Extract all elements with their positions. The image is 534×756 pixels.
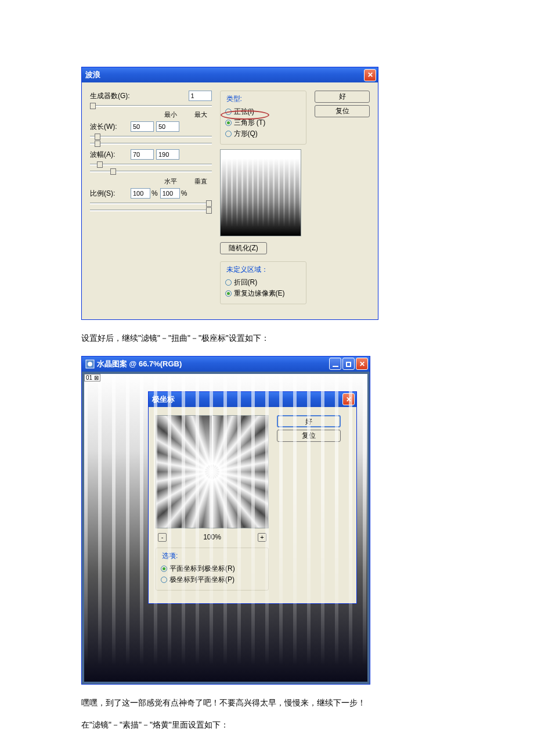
undefined-area-group: 未定义区域： 折回(R) 重复边缘像素(E)	[220, 261, 307, 304]
undef-legend: 未定义区域：	[225, 265, 269, 275]
polar-titlebar[interactable]: 极坐标 ✕	[149, 392, 356, 407]
wave-params: 生成器数(G): 最小 最大 波长(W): 波幅(A):	[90, 91, 212, 309]
polar-reset-button[interactable]: 复位	[277, 430, 341, 442]
polar-title: 极坐标	[152, 394, 342, 405]
tab-indicator[interactable]: 01 ⊠	[84, 374, 100, 381]
generators-input[interactable]	[189, 91, 212, 101]
document-window: 水晶图案 @ 66.7%(RGB) ✕ 01 ⊠ 极坐标 ✕ -	[81, 356, 370, 685]
scale-vert-slider[interactable]	[90, 208, 212, 213]
wave-dialog: 波浪 ✕ 生成器数(G): 最小 最大 波长(W):	[81, 67, 378, 320]
wavelength-label: 波长(W):	[90, 122, 131, 132]
zoom-level: 100%	[203, 533, 221, 541]
pct-1: %	[151, 189, 158, 197]
wavelength-min-slider[interactable]	[90, 134, 212, 139]
instruction-text-1: 设置好后，继续"滤镜"－"扭曲"－"极座标"设置如下：	[81, 332, 534, 345]
close-icon[interactable]: ✕	[364, 69, 376, 81]
opt-rect2polar-radio[interactable]: 平面坐标到极坐标(R)	[161, 563, 264, 574]
horiz-header: 水平	[164, 177, 177, 186]
polar-options-legend: 选项:	[161, 551, 179, 561]
zoom-out-button[interactable]: -	[158, 533, 167, 542]
ok-button[interactable]: 好	[315, 91, 370, 103]
undef-repeat-label: 重复边缘像素(E)	[234, 289, 285, 298]
maximize-icon[interactable]	[342, 358, 355, 370]
generators-slider[interactable]	[90, 103, 212, 108]
instruction-text-3: 在"滤镜"－"素描"－"烙黄"里面设置如下：	[81, 718, 534, 732]
close-icon[interactable]: ✕	[356, 358, 368, 370]
wavelength-max-slider[interactable]	[90, 141, 212, 146]
svg-point-1	[88, 362, 92, 366]
randomize-button[interactable]: 随机化(Z)	[220, 242, 267, 254]
polar-options-group: 选项: 平面坐标到极坐标(R) 极坐标到平面坐标(P)	[156, 548, 269, 591]
amplitude-min-slider[interactable]	[90, 162, 212, 167]
close-icon[interactable]: ✕	[342, 393, 355, 405]
document-titlebar[interactable]: 水晶图案 @ 66.7%(RGB) ✕	[82, 357, 370, 372]
app-icon	[85, 359, 95, 369]
wavelength-min-input[interactable]	[131, 121, 154, 132]
wave-middle: 类型: 正弦(I) 三角形 (T) 方形(Q) 随机化(Z) 未定义区域： 折回…	[220, 91, 307, 309]
pct-2: %	[181, 189, 187, 197]
min-header: 最小	[164, 110, 177, 119]
opt-rect2polar-label: 平面坐标到极坐标(R)	[169, 564, 235, 574]
type-sine-label: 正弦(I)	[234, 107, 254, 117]
scale-horiz-slider[interactable]	[90, 201, 212, 206]
undef-wrap-radio[interactable]: 折回(R)	[225, 277, 302, 288]
vert-header: 垂直	[194, 177, 207, 186]
type-group: 类型: 正弦(I) 三角形 (T) 方形(Q)	[220, 91, 307, 145]
generators-label: 生成器数(G):	[90, 91, 131, 101]
undef-repeat-radio[interactable]: 重复边缘像素(E)	[225, 288, 302, 299]
wavelength-max-input[interactable]	[156, 121, 179, 132]
wave-title: 波浪	[85, 70, 364, 80]
scale-label: 比例(S):	[90, 189, 131, 199]
scale-vert-input[interactable]	[160, 188, 180, 199]
scale-horiz-input[interactable]	[131, 188, 150, 199]
canvas-background: 01 ⊠ 极坐标 ✕ - 100% + 选项:	[84, 374, 367, 682]
type-legend: 类型:	[225, 94, 243, 104]
polar-preview	[156, 415, 269, 528]
type-triangle-radio[interactable]: 三角形 (T)	[225, 117, 302, 128]
max-header: 最大	[194, 110, 207, 119]
wave-titlebar[interactable]: 波浪 ✕	[82, 67, 378, 82]
canvas-area: 01 ⊠ 极坐标 ✕ - 100% + 选项:	[82, 372, 370, 684]
polar-ok-button[interactable]: 好	[277, 415, 341, 427]
reset-button[interactable]: 复位	[315, 105, 370, 117]
polar-dialog: 极坐标 ✕ - 100% + 选项: 平面坐标到极坐标(R)	[148, 391, 357, 604]
amplitude-label: 波幅(A):	[90, 150, 131, 160]
type-triangle-label: 三角形 (T)	[234, 118, 266, 128]
wave-preview	[220, 149, 301, 236]
instruction-text-2: 嘿嘿，到了这一部感觉有点神奇了吧！不要高兴得太早，慢慢来，继续下一步！	[81, 696, 534, 710]
type-square-radio[interactable]: 方形(Q)	[225, 128, 302, 139]
type-square-label: 方形(Q)	[234, 129, 258, 139]
amplitude-max-input[interactable]	[156, 149, 179, 160]
type-sine-radio[interactable]: 正弦(I)	[225, 106, 302, 117]
document-title: 水晶图案 @ 66.7%(RGB)	[97, 359, 329, 369]
opt-polar2rect-label: 极坐标到平面坐标(P)	[169, 575, 234, 585]
amplitude-max-slider[interactable]	[90, 169, 212, 174]
minimize-icon[interactable]	[329, 358, 341, 370]
opt-polar2rect-radio[interactable]: 极坐标到平面坐标(P)	[161, 574, 264, 585]
amplitude-min-input[interactable]	[131, 149, 154, 160]
undef-wrap-label: 折回(R)	[234, 278, 258, 287]
zoom-in-button[interactable]: +	[258, 533, 266, 542]
